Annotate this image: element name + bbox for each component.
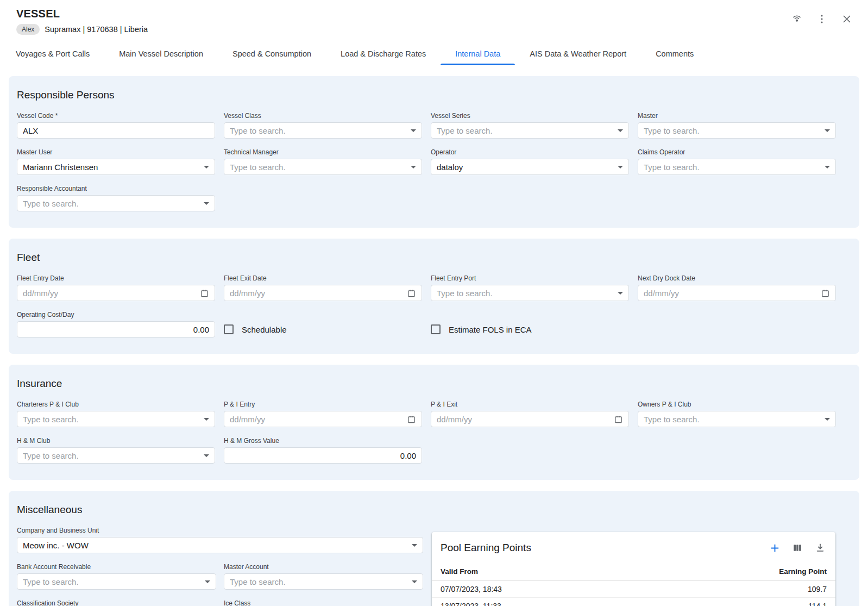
field-classification-society: Classification Society Bureau Veritas, B… [17, 599, 216, 606]
select-value: Mariann Christensen [23, 163, 98, 172]
close-icon[interactable] [840, 12, 854, 26]
operating-cost-day-input[interactable] [17, 321, 215, 338]
section-title: Fleet [17, 252, 851, 264]
field-label: Fleet Exit Date [224, 274, 422, 282]
hm-gross-value-input[interactable] [224, 447, 422, 464]
schedulable-checkbox[interactable]: Schedulable [224, 321, 422, 338]
master-account-select[interactable]: Type to search. [224, 573, 423, 590]
select-value: dataloy [437, 163, 463, 172]
vessel-class-select[interactable]: Type to search. [224, 122, 422, 139]
hm-club-select[interactable]: Type to search. [17, 447, 215, 464]
operator-select[interactable]: dataloy [431, 159, 629, 175]
select-placeholder: Type to search. [230, 577, 286, 586]
select-placeholder: Type to search. [644, 163, 700, 172]
pi-exit-date-input[interactable]: dd/mm/yy [431, 411, 629, 427]
calendar-icon [200, 289, 209, 298]
master-user-select[interactable]: Mariann Christensen [17, 159, 215, 175]
vessel-series-select[interactable]: Type to search. [431, 122, 629, 139]
claims-operator-select[interactable]: Type to search. [638, 159, 836, 175]
section-insurance: Insurance Charterers P & I Club Type to … [9, 365, 859, 480]
charterers-pi-club-select[interactable]: Type to search. [17, 411, 215, 427]
cell-valid-from: 13/07/2023, 11:33 [441, 602, 501, 606]
kebab-menu-icon[interactable] [815, 12, 829, 26]
field-label: Master Account [224, 563, 423, 571]
vessel-code-badge: Alex [16, 24, 40, 35]
field-company-business-unit: Company and Business Unit Meow inc. - WO… [17, 527, 423, 553]
responsible-accountant-select[interactable]: Type to search. [17, 195, 215, 211]
field-technical-manager: Technical Manager Type to search. [224, 148, 422, 175]
add-icon[interactable] [768, 541, 781, 554]
chevron-down-icon [825, 129, 830, 132]
chevron-down-icon [204, 202, 209, 205]
section-title: Responsible Persons [17, 89, 851, 101]
download-icon[interactable] [814, 541, 827, 554]
select-placeholder: Type to search. [23, 451, 79, 460]
calendar-icon [821, 289, 830, 298]
field-label: Responsible Accountant [17, 185, 215, 192]
fleet-entry-port-select[interactable]: Type to search. [431, 285, 629, 301]
sensors-icon[interactable] [790, 12, 804, 26]
column-header-valid-from: Valid From [441, 567, 478, 576]
field-responsible-accountant: Responsible Accountant Type to search. [17, 185, 215, 211]
field-claims-operator: Claims Operator Type to search. [638, 148, 836, 175]
field-fleet-entry-date: Fleet Entry Date dd/mm/yy [17, 274, 215, 301]
calendar-icon [614, 415, 623, 424]
field-owners-pi-club: Owners P & I Club Type to search. [638, 401, 836, 427]
pi-entry-date-input[interactable]: dd/mm/yy [224, 411, 422, 427]
columns-icon[interactable] [791, 541, 804, 554]
chevron-down-icon [412, 580, 417, 583]
chevron-down-icon [825, 418, 830, 421]
table-header-row: Valid From Earning Point [432, 563, 835, 581]
chevron-down-icon [205, 580, 210, 583]
field-label: H & M Gross Value [224, 437, 422, 445]
technical-manager-select[interactable]: Type to search. [224, 159, 422, 175]
tab-ais-data-weather-report[interactable]: AIS Data & Weather Report [515, 42, 641, 65]
field-label: Bank Account Receivable [17, 563, 216, 571]
field-label: Operating Cost/Day [17, 311, 215, 318]
tab-comments[interactable]: Comments [641, 42, 708, 65]
tab-load-discharge-rates[interactable]: Load & Discharge Rates [326, 42, 441, 65]
chevron-down-icon [618, 129, 623, 132]
chevron-down-icon [825, 166, 830, 168]
table-row[interactable]: 07/07/2023, 18:43 109.7 [432, 581, 835, 598]
master-select[interactable]: Type to search. [638, 122, 836, 139]
fleet-entry-date-input[interactable]: dd/mm/yy [17, 285, 215, 301]
field-label: Claims Operator [638, 148, 836, 156]
field-label: Vessel Series [431, 112, 629, 120]
chevron-down-icon [618, 292, 623, 295]
tab-voyages-port-calls[interactable]: Voyages & Port Calls [1, 42, 104, 65]
tab-speed-consumption[interactable]: Speed & Consumption [218, 42, 326, 65]
field-master: Master Type to search. [638, 112, 836, 139]
table-row[interactable]: 13/07/2023, 11:33 114.1 [432, 598, 835, 606]
fleet-exit-date-input[interactable]: dd/mm/yy [224, 285, 422, 301]
select-placeholder: Type to search. [644, 126, 700, 135]
field-vessel-class: Vessel Class Type to search. [224, 112, 422, 139]
estimate-fols-in-eca-checkbox[interactable]: Estimate FOLS in ECA [431, 321, 629, 338]
chevron-down-icon [411, 129, 416, 132]
vessel-subtitle-row: Alex Supramax | 9170638 | Liberia [16, 24, 148, 35]
company-business-unit-select[interactable]: Meow inc. - WOW [17, 537, 423, 553]
bank-account-receivable-select[interactable]: Type to search. [17, 573, 216, 590]
field-master-account: Master Account Type to search. [224, 563, 423, 590]
field-fleet-entry-port: Fleet Entry Port Type to search. [431, 274, 629, 301]
section-miscellaneous: Miscellaneous Company and Business Unit … [9, 491, 859, 606]
page-title: VESSEL [16, 8, 148, 20]
select-placeholder: Type to search. [23, 415, 79, 424]
card-title: Pool Earning Points [441, 542, 531, 554]
field-charterers-pi-club: Charterers P & I Club Type to search. [17, 401, 215, 427]
field-label: Fleet Entry Port [431, 274, 629, 282]
vessel-code-input[interactable] [17, 122, 215, 139]
select-placeholder: Type to search. [644, 415, 700, 424]
tab-main-vessel-description[interactable]: Main Vessel Description [104, 42, 218, 65]
pool-earning-points-table: Valid From Earning Point 07/07/2023, 18:… [432, 563, 835, 606]
chevron-down-icon [411, 166, 416, 168]
calendar-icon [407, 289, 416, 298]
owners-pi-club-select[interactable]: Type to search. [638, 411, 836, 427]
field-pi-entry: P & I Entry dd/mm/yy [224, 401, 422, 427]
date-placeholder: dd/mm/yy [644, 289, 679, 298]
next-dry-dock-date-input[interactable]: dd/mm/yy [638, 285, 836, 301]
section-responsible-persons: Responsible Persons Vessel Code * Vessel… [9, 76, 859, 228]
tab-internal-data[interactable]: Internal Data [441, 42, 515, 65]
header-actions [790, 12, 854, 26]
field-pi-exit: P & I Exit dd/mm/yy [431, 401, 629, 427]
